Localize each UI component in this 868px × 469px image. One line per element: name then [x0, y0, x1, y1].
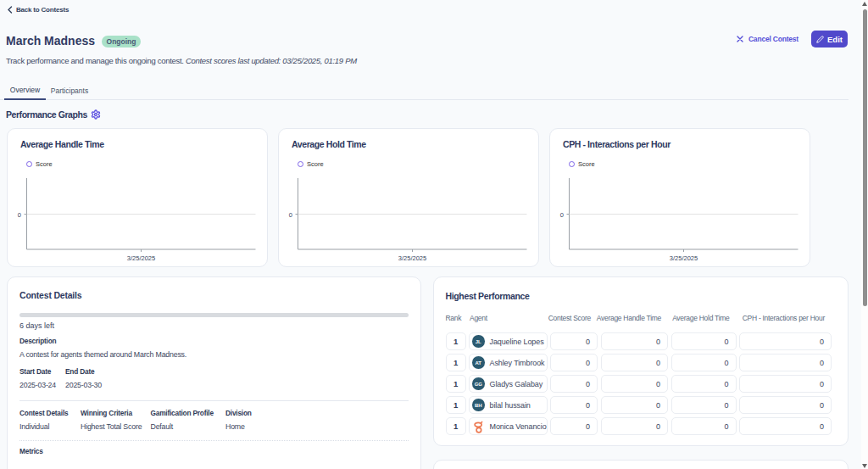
svg-text:3/25/2025: 3/25/2025 — [127, 254, 155, 262]
svg-text:3/25/2025: 3/25/2025 — [670, 254, 698, 262]
svg-text:0: 0 — [560, 211, 564, 219]
svg-text:0: 0 — [18, 211, 21, 219]
svg-text:0: 0 — [289, 211, 292, 219]
svg-text:3/25/2025: 3/25/2025 — [398, 254, 426, 262]
